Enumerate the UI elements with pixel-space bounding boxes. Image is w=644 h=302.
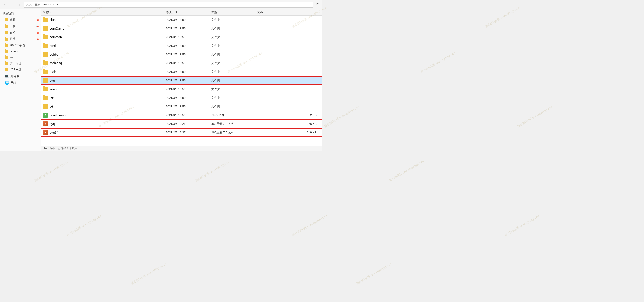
folder-icon (43, 44, 48, 48)
file-size: 919 KB (257, 131, 320, 134)
file-name-cell: mahjong (43, 61, 166, 65)
sidebar-item-vps[interactable]: VPS网盘 (0, 66, 41, 73)
file-name-cell: pyq64 (43, 130, 166, 135)
col-name-label: 名称 (43, 10, 49, 14)
address-part-root: 天天十三水 (26, 3, 40, 7)
col-header-size[interactable]: 大小 (257, 10, 320, 14)
toolbar: ← → ↑ 天天十三水 › assets › res › ↺ (0, 0, 322, 9)
address-bar[interactable]: 天天十三水 › assets › res › (24, 2, 313, 8)
sidebar-item-download[interactable]: 下载 📌 (0, 23, 41, 30)
table-row[interactable]: sss 2021/3/5 18:59 文件夹 (41, 93, 322, 102)
zip-icon (43, 130, 48, 135)
pin-icon: 📌 (36, 37, 40, 41)
col-header-name[interactable]: 名称 ∧ (43, 10, 166, 14)
sidebar-label-network: 网络 (10, 81, 16, 85)
file-date: 2021/3/5 18:59 (166, 87, 211, 91)
file-name-label: common (50, 35, 62, 39)
file-date: 2021/3/5 18:59 (166, 35, 211, 39)
folder-icon (4, 56, 8, 59)
file-name-label: mahjong (50, 61, 62, 65)
address-part-res: res (55, 3, 59, 6)
content-area: 名称 ∧ 修改日期 类型 大小 club 2021/3/5 18:59 文件夹 (41, 9, 322, 151)
explorer-window: ← → ↑ 天天十三水 › assets › res › ↺ 快速访问 桌面 📌 (0, 0, 322, 151)
file-type: 文件夹 (211, 104, 257, 109)
folder-icon (43, 27, 48, 31)
file-name-cell: pyq (43, 121, 166, 126)
folder-icon (43, 78, 48, 83)
address-part-assets: assets (43, 3, 52, 6)
sidebar-item-documents[interactable]: 文档 📌 (0, 30, 41, 36)
sidebar-label-this-pc: 此电脑 (10, 74, 19, 78)
file-name-cell: sound (43, 87, 166, 91)
folder-icon (4, 19, 8, 22)
sidebar-item-order-backup[interactable]: 接单备份 (0, 60, 41, 66)
file-name-cell: main (43, 70, 166, 74)
folder-icon (4, 62, 8, 65)
address-sep-2: › (53, 3, 54, 6)
table-row[interactable]: main 2021/3/5 18:59 文件夹 (41, 68, 322, 76)
file-date: 2021/3/5 18:59 (166, 44, 211, 47)
sidebar-item-this-pc[interactable]: 💻 此电脑 (0, 73, 41, 79)
file-name-cell: txt (43, 104, 166, 109)
file-name-label: comGame (50, 27, 64, 30)
file-date: 2021/3/5 18:59 (166, 79, 211, 82)
folder-icon (4, 50, 8, 53)
sidebar-item-pictures[interactable]: 图片 📌 (0, 36, 41, 42)
file-name-cell: sss (43, 96, 166, 100)
sidebar-item-assets[interactable]: assets (0, 49, 41, 54)
table-row[interactable]: common 2021/3/5 18:59 文件夹 (41, 33, 322, 42)
sidebar-item-desktop[interactable]: 桌面 📌 (0, 17, 41, 23)
folder-icon (4, 38, 8, 41)
file-name-label: main (50, 70, 56, 74)
file-name-label: pyq (50, 122, 55, 126)
table-row[interactable]: pyq 2021/3/5 19:21 360压缩 ZIP 文件 925 KB (41, 119, 322, 128)
file-name-cell: Lobby (43, 53, 166, 57)
refresh-button[interactable]: ↺ (314, 1, 320, 8)
file-type: 360压缩 ZIP 文件 (211, 130, 257, 134)
file-type: 文件夹 (211, 44, 257, 48)
sidebar-label-order-backup: 接单备份 (10, 61, 22, 65)
back-button[interactable]: ← (2, 1, 8, 8)
file-type: 文件夹 (211, 53, 257, 57)
png-icon (43, 113, 48, 118)
file-date: 2021/3/5 18:59 (166, 18, 211, 22)
file-name-cell: club (43, 18, 166, 22)
zip-icon (43, 121, 48, 126)
table-row[interactable]: comGame 2021/3/5 18:59 文件夹 (41, 24, 322, 33)
file-date: 2021/3/5 18:59 (166, 70, 211, 73)
up-button[interactable]: ↑ (16, 1, 23, 8)
sidebar-item-backup2020[interactable]: 2020年备份 (0, 42, 41, 49)
col-header-date[interactable]: 修改日期 (166, 10, 211, 14)
table-row[interactable]: mahjong 2021/3/5 18:59 文件夹 (41, 59, 322, 68)
folder-icon (43, 96, 48, 100)
sidebar: 快速访问 桌面 📌 下载 📌 文档 📌 (0, 9, 41, 151)
folder-icon (43, 35, 48, 39)
file-name-label: head_image (50, 113, 67, 117)
network-icon: 🌐 (4, 81, 9, 85)
pin-icon: 📌 (36, 31, 40, 35)
table-row[interactable]: club 2021/3/5 18:59 文件夹 (41, 16, 322, 24)
table-row[interactable]: html 2021/3/5 18:59 文件夹 (41, 42, 322, 50)
sidebar-label-src: src (10, 55, 14, 59)
folder-icon (4, 31, 8, 34)
file-name-label: sss (50, 96, 54, 100)
file-date: 2021/3/5 18:59 (166, 61, 211, 65)
table-row[interactable]: head_image 2021/3/5 18:59 PNG 图像 12 KB (41, 111, 322, 119)
forward-button[interactable]: → (9, 1, 16, 8)
col-header-type[interactable]: 类型 (211, 10, 257, 14)
address-sep-1: › (42, 3, 42, 6)
table-row[interactable]: pyq64 2021/3/5 19:27 360压缩 ZIP 文件 919 KB (41, 128, 322, 137)
table-row[interactable]: pyq 2021/3/5 18:59 文件夹 (41, 76, 322, 85)
sidebar-item-network[interactable]: 🌐 网络 (0, 79, 41, 86)
pin-icon: 📌 (36, 24, 40, 28)
file-date: 2021/3/5 18:59 (166, 53, 211, 56)
file-name-label: pyq (50, 79, 55, 82)
sidebar-item-src[interactable]: src (0, 54, 41, 60)
file-size: 925 KB (257, 122, 320, 125)
file-date: 2021/3/5 19:27 (166, 131, 211, 134)
table-row[interactable]: txt 2021/3/5 18:59 文件夹 (41, 102, 322, 111)
table-row[interactable]: Lobby 2021/3/5 18:59 文件夹 (41, 50, 322, 59)
pc-icon: 💻 (4, 74, 9, 78)
table-row[interactable]: sound 2021/3/5 18:59 文件夹 (41, 85, 322, 93)
folder-icon (4, 68, 8, 71)
